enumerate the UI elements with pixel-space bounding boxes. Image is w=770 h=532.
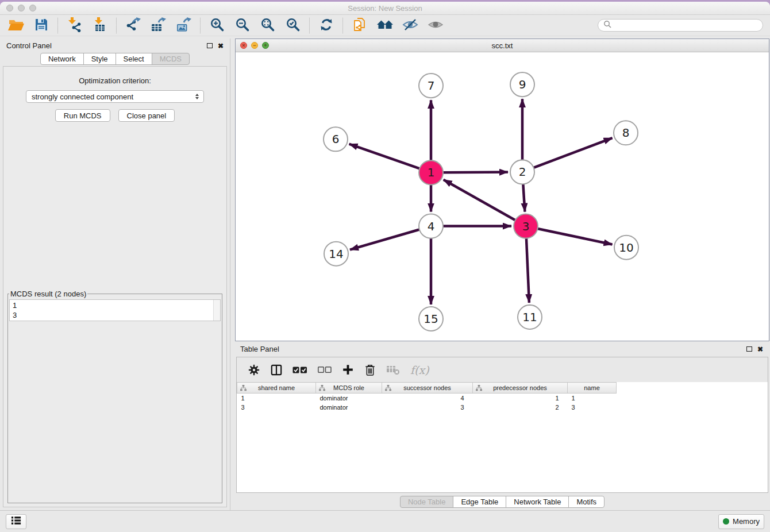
new-network-from-selection-button[interactable] — [348, 16, 371, 34]
select-all-button[interactable] — [292, 366, 307, 374]
task-history-button[interactable] — [6, 514, 26, 529]
main-content: Control Panel ✖ Network Style Select MCD… — [0, 38, 770, 510]
window-titlebar: Session: New Session — [0, 2, 770, 15]
zoom-selected-button[interactable] — [282, 16, 304, 34]
open-session-button[interactable] — [5, 16, 27, 34]
run-mcds-button[interactable]: Run MCDS — [55, 109, 110, 122]
tab-edge-table[interactable]: Edge Table — [453, 496, 506, 508]
function-builder-button[interactable]: f(x) — [410, 364, 429, 376]
control-panel-tab-bar: Network Style Select MCDS — [0, 53, 230, 65]
import-network-icon — [67, 17, 82, 34]
close-table-panel-icon[interactable]: ✖ — [757, 346, 763, 353]
result-scrollbar[interactable] — [213, 300, 220, 321]
close-network-button[interactable]: × — [240, 42, 247, 49]
network-window-titlebar: × − + scc.txt — [236, 39, 769, 52]
float-panel-icon[interactable] — [207, 43, 213, 48]
column-header-successor-nodes[interactable]: successor nodes — [382, 383, 473, 394]
column-header-shared-name[interactable]: shared name — [237, 383, 316, 394]
network-graph[interactable]: 7968124314101511 — [236, 52, 769, 341]
graph-node-label: 2 — [519, 165, 526, 179]
deselect-all-button[interactable] — [318, 367, 332, 373]
table-panel: Table Panel ✖ f(x) — [235, 341, 769, 510]
graph-node-label: 10 — [619, 241, 633, 255]
zoom-out-button[interactable] — [231, 16, 253, 34]
network-window: × − + scc.txt 7968124314101511 — [235, 38, 769, 341]
column-header-mcds-role[interactable]: MCDS role — [316, 383, 382, 394]
window-title: Session: New Session — [0, 4, 770, 13]
export-network-button[interactable] — [122, 16, 144, 34]
application-window: Session: New Session Contro — [0, 2, 770, 532]
table-toolbar: f(x) — [237, 357, 768, 382]
export-network-icon — [126, 17, 141, 34]
export-image-button[interactable] — [172, 16, 195, 34]
add-column-button[interactable] — [342, 364, 354, 376]
hide-selected-button[interactable] — [399, 16, 421, 34]
tab-mcds[interactable]: MCDS — [152, 53, 190, 65]
zoom-network-button[interactable]: + — [262, 42, 269, 49]
graph-edge-2-3[interactable] — [523, 184, 525, 211]
control-panel: Control Panel ✖ Network Style Select MCD… — [0, 38, 230, 510]
tab-network-table[interactable]: Network Table — [506, 496, 569, 508]
table-row[interactable]: 1dominator411 — [237, 394, 617, 403]
zoom-in-button[interactable] — [206, 16, 228, 34]
zoom-fit-button[interactable] — [256, 16, 279, 34]
graph-edge-3-11[interactable] — [526, 238, 529, 303]
zoom-in-icon — [210, 17, 225, 34]
eye-slash-icon — [402, 18, 418, 33]
status-bar: Memory — [0, 510, 770, 532]
graph-edge-3-10[interactable] — [538, 229, 613, 245]
graph-edge-2-8[interactable] — [534, 138, 613, 168]
import-table-button[interactable] — [88, 16, 111, 34]
search-field[interactable] — [598, 19, 763, 32]
import-network-button[interactable] — [63, 16, 86, 34]
tab-select[interactable]: Select — [116, 53, 152, 65]
network-canvas[interactable]: 7968124314101511 — [236, 52, 769, 341]
import-table-icon — [93, 17, 107, 34]
close-window-button[interactable] — [6, 5, 13, 11]
toolbar-separator — [342, 18, 343, 33]
column-header-predecessor-nodes[interactable]: predecessor nodes — [473, 383, 568, 394]
node-table-area: shared name MCDS role successor nodes pr… — [237, 382, 768, 492]
close-panel-button[interactable]: Close panel — [118, 109, 175, 122]
zoom-window-button[interactable] — [29, 5, 36, 11]
memory-button[interactable]: Memory — [718, 514, 764, 529]
minimize-network-button[interactable]: − — [251, 42, 258, 49]
hierarchy-icon — [240, 385, 247, 392]
node-table-header-row: shared name MCDS role successor nodes pr… — [237, 383, 617, 394]
graph-node-label: 6 — [332, 132, 340, 146]
tab-motifs[interactable]: Motifs — [568, 496, 605, 508]
settings-gear-button[interactable] — [248, 364, 260, 376]
mcds-panel: Optimization criterion: strongly connect… — [3, 66, 227, 507]
split-panel-button[interactable] — [271, 364, 282, 376]
export-table-icon — [151, 17, 166, 34]
tab-network[interactable]: Network — [40, 53, 84, 65]
float-table-panel-icon[interactable] — [746, 346, 752, 352]
minimize-window-button[interactable] — [18, 5, 25, 11]
control-panel-header: Control Panel ✖ — [0, 38, 230, 53]
column-header-name[interactable]: name — [568, 383, 617, 394]
graph-node-label: 7 — [428, 79, 435, 92]
refresh-icon — [319, 17, 334, 34]
tab-node-table[interactable]: Node Table — [400, 496, 454, 508]
houses-icon — [376, 18, 394, 33]
search-input[interactable] — [614, 21, 757, 30]
table-row[interactable]: 3dominator323 — [237, 403, 617, 412]
search-icon — [603, 20, 611, 30]
delete-columns-button[interactable] — [364, 364, 376, 376]
export-table-button[interactable] — [147, 16, 170, 34]
graph-edge-1-6[interactable] — [349, 144, 420, 169]
save-session-button[interactable] — [30, 16, 52, 34]
mcds-result-group: MCDS result (2 nodes) 13 — [7, 290, 222, 503]
refresh-button[interactable] — [315, 16, 337, 34]
tab-style[interactable]: Style — [83, 53, 116, 65]
graph-edge-1-2[interactable] — [443, 172, 508, 173]
graph-edge-4-14[interactable] — [350, 229, 419, 249]
memory-indicator-dot — [723, 518, 729, 525]
first-neighbors-button[interactable] — [374, 16, 396, 34]
optimization-criterion-select[interactable]: strongly connected component — [26, 90, 204, 103]
mcds-result-text-area[interactable]: 13 — [9, 299, 221, 321]
graph-edge-3-1[interactable] — [444, 180, 515, 221]
delete-table-button[interactable] — [386, 365, 400, 375]
close-panel-icon[interactable]: ✖ — [218, 43, 224, 49]
show-all-button[interactable] — [424, 16, 446, 34]
